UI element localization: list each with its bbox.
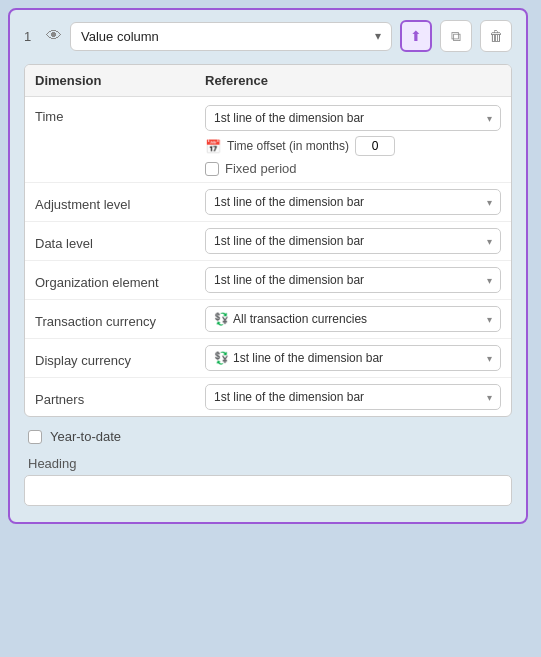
table-header: Dimension Reference (25, 65, 511, 97)
heading-section: Heading (24, 456, 512, 506)
value-column-select[interactable]: Value column ▾ (70, 22, 392, 51)
currency-icon-wrapper: 💱 1st line of the dimension bar (214, 351, 383, 365)
delete-button[interactable]: 🗑 (480, 20, 512, 52)
currency-icon: 💱 (214, 312, 229, 326)
display-currency-value: 1st line of the dimension bar (233, 351, 383, 365)
fixed-period-label: Fixed period (225, 161, 297, 176)
data-level-reference-value: 1st line of the dimension bar (214, 234, 364, 248)
chevron-down-icon: ▾ (487, 197, 492, 208)
fixed-period-checkbox[interactable] (205, 162, 219, 176)
dimension-label-data-level: Data level (35, 232, 205, 251)
time-reference-value: 1st line of the dimension bar (214, 111, 364, 125)
year-to-date-row: Year-to-date (24, 429, 512, 444)
chevron-down-icon: ▾ (487, 353, 492, 364)
partners-reference-select[interactable]: 1st line of the dimension bar ▾ (205, 384, 501, 410)
transaction-currency-select[interactable]: 💱 All transaction currencies ▾ (205, 306, 501, 332)
table-row: Data level 1st line of the dimension bar… (25, 222, 511, 261)
table-row: Time 1st line of the dimension bar ▾ 📅 T… (25, 97, 511, 183)
partners-reference-value: 1st line of the dimension bar (214, 390, 364, 404)
col-dimension-header: Dimension (35, 73, 205, 88)
table-row: Display currency 💱 1st line of the dimen… (25, 339, 511, 378)
col-reference-header: Reference (205, 73, 501, 88)
chevron-down-icon: ▾ (487, 314, 492, 325)
currency-icon: 💱 (214, 351, 229, 365)
chevron-down-icon: ▾ (487, 275, 492, 286)
display-currency-select[interactable]: 💱 1st line of the dimension bar ▾ (205, 345, 501, 371)
calendar-icon: 📅 (205, 139, 221, 154)
transaction-currency-value: All transaction currencies (233, 312, 367, 326)
ref-cell-partners: 1st line of the dimension bar ▾ (205, 384, 501, 410)
heading-label: Heading (24, 456, 512, 471)
chevron-up-icon: ⬆ (410, 28, 422, 44)
org-element-reference-value: 1st line of the dimension bar (214, 273, 364, 287)
ref-cell-display-currency: 💱 1st line of the dimension bar ▾ (205, 345, 501, 371)
heading-input[interactable] (24, 475, 512, 506)
table-row: Partners 1st line of the dimension bar ▾ (25, 378, 511, 416)
table-row: Transaction currency 💱 All transaction c… (25, 300, 511, 339)
adjustment-reference-select[interactable]: 1st line of the dimension bar ▾ (205, 189, 501, 215)
dimension-label-time: Time (35, 105, 205, 124)
dimension-table: Dimension Reference Time 1st line of the… (24, 64, 512, 417)
copy-button[interactable]: ⧉ (440, 20, 472, 52)
visibility-icon[interactable]: 👁 (46, 27, 62, 45)
copy-icon: ⧉ (451, 28, 461, 45)
collapse-button[interactable]: ⬆ (400, 20, 432, 52)
row-number: 1 (24, 29, 38, 44)
chevron-down-icon: ▾ (375, 29, 381, 43)
ref-cell-data-level: 1st line of the dimension bar ▾ (205, 228, 501, 254)
chevron-down-icon: ▾ (487, 236, 492, 247)
year-to-date-label: Year-to-date (50, 429, 121, 444)
ref-cell-time: 1st line of the dimension bar ▾ 📅 Time o… (205, 105, 501, 176)
ref-cell-adjustment: 1st line of the dimension bar ▾ (205, 189, 501, 215)
dimension-label-display-currency: Display currency (35, 349, 205, 368)
trash-icon: 🗑 (489, 28, 503, 44)
org-element-reference-select[interactable]: 1st line of the dimension bar ▾ (205, 267, 501, 293)
card-header: 1 👁 Value column ▾ ⬆ ⧉ 🗑 (24, 20, 512, 52)
time-reference-select[interactable]: 1st line of the dimension bar ▾ (205, 105, 501, 131)
currency-icon-wrapper: 💱 All transaction currencies (214, 312, 367, 326)
adjustment-reference-value: 1st line of the dimension bar (214, 195, 364, 209)
ref-cell-transaction-currency: 💱 All transaction currencies ▾ (205, 306, 501, 332)
time-offset-input[interactable] (355, 136, 395, 156)
chevron-down-icon: ▾ (487, 392, 492, 403)
dimension-label-transaction-currency: Transaction currency (35, 310, 205, 329)
dimension-label-org-element: Organization element (35, 271, 205, 290)
ref-cell-org-element: 1st line of the dimension bar ▾ (205, 267, 501, 293)
dimension-label-adjustment: Adjustment level (35, 193, 205, 212)
table-row: Adjustment level 1st line of the dimensi… (25, 183, 511, 222)
data-level-reference-select[interactable]: 1st line of the dimension bar ▾ (205, 228, 501, 254)
year-to-date-checkbox[interactable] (28, 430, 42, 444)
time-offset-row: 📅 Time offset (in months) (205, 136, 501, 156)
fixed-period-row: Fixed period (205, 161, 501, 176)
dimension-label-partners: Partners (35, 388, 205, 407)
chevron-down-icon: ▾ (487, 113, 492, 124)
time-offset-label: Time offset (in months) (227, 139, 349, 153)
value-column-label: Value column (81, 29, 159, 44)
table-row: Organization element 1st line of the dim… (25, 261, 511, 300)
